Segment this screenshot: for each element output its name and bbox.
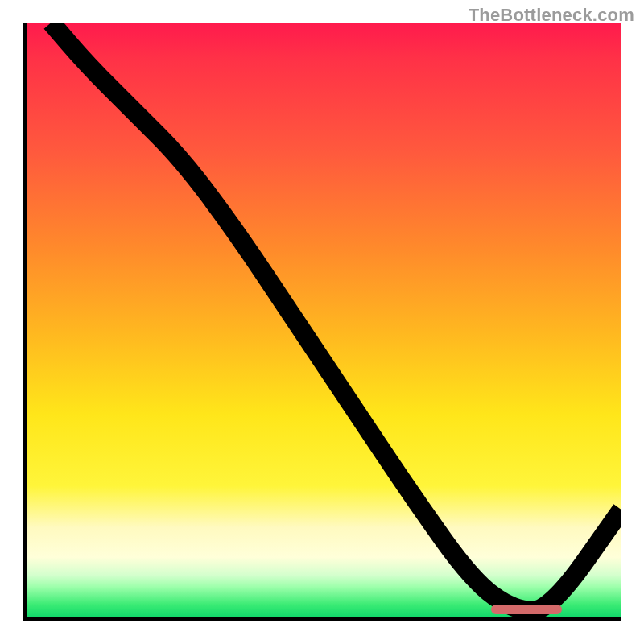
chart-wrapper: TheBottleneck.com	[0, 0, 644, 644]
curve-path	[52, 23, 621, 611]
curve-layer	[27, 23, 621, 617]
optimal-marker	[491, 605, 563, 614]
plot-frame	[23, 23, 621, 621]
